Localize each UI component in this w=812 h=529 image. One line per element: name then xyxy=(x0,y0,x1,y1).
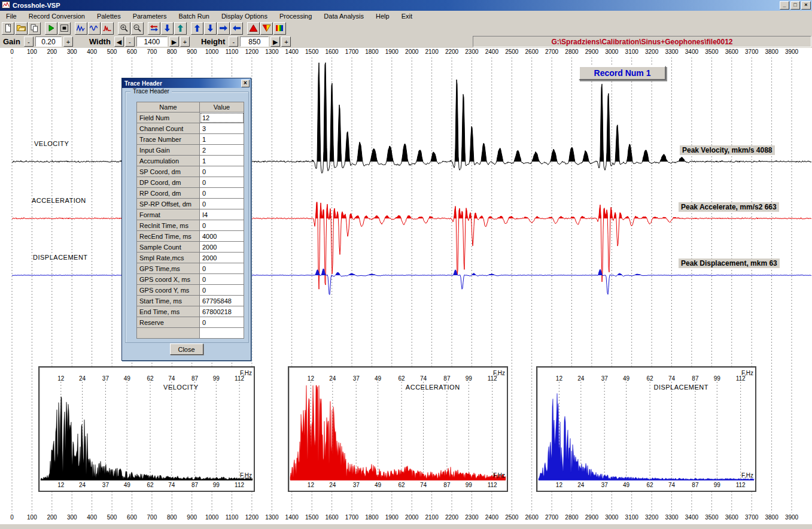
arrow-left-icon[interactable] xyxy=(230,22,243,35)
stop-icon[interactable] xyxy=(58,22,71,35)
height-step-right-button[interactable]: ▶ xyxy=(270,37,280,47)
waveform-b-icon[interactable] xyxy=(88,22,101,35)
freq-tick-label: 49 xyxy=(124,375,130,382)
field-value-cell[interactable]: 4000 xyxy=(200,231,244,242)
freq-tick-label: 62 xyxy=(399,375,405,382)
new-icon[interactable] xyxy=(2,22,14,35)
field-value-cell[interactable]: 2000 xyxy=(200,253,244,263)
field-value-cell[interactable]: 2000 xyxy=(200,242,244,253)
gain-increase-button[interactable]: + xyxy=(63,37,73,47)
ruler-tick-label: 3500 xyxy=(705,514,718,521)
maximize-button[interactable]: □ xyxy=(790,1,800,10)
column-header: Name xyxy=(137,102,200,113)
ruler-tick-label: 1300 xyxy=(265,48,278,55)
field-value-cell[interactable]: 67795848 xyxy=(200,296,244,306)
arrow-down-icon[interactable] xyxy=(204,22,217,35)
palette-icon[interactable] xyxy=(273,22,286,35)
dialog-title: Trace Header xyxy=(124,80,241,87)
ruler-tick-label: 1800 xyxy=(365,514,378,521)
menu-item-display-options[interactable]: Display Options xyxy=(215,11,273,21)
field-value-cell[interactable]: 12 xyxy=(200,113,244,123)
field-value-cell[interactable]: 0 xyxy=(200,199,244,209)
ruler-tick-label: 300 xyxy=(67,514,77,521)
field-value-cell[interactable]: 0 xyxy=(200,188,244,199)
swap-arrows-icon[interactable] xyxy=(148,22,160,35)
menu-item-data-analysis[interactable]: Data Analysis xyxy=(318,11,370,21)
triangle-up-red-icon[interactable] xyxy=(247,22,260,35)
field-value-cell[interactable]: 0 xyxy=(200,263,244,274)
copy-icon[interactable] xyxy=(28,22,41,35)
gain-decrease-button[interactable]: - xyxy=(24,37,34,47)
ruler-tick-label: 0 xyxy=(10,514,14,521)
field-value-cell[interactable]: 0 xyxy=(200,274,244,285)
arrow-right-icon[interactable] xyxy=(217,22,230,35)
freq-tick-label: 62 xyxy=(399,482,405,488)
field-value-cell[interactable]: 0 xyxy=(200,166,244,177)
field-value-cell[interactable]: 0 xyxy=(200,177,244,188)
width-step-right-button[interactable]: ▶ xyxy=(169,37,179,47)
arrow-up-box-icon[interactable] xyxy=(174,22,187,35)
menu-item-batch-run[interactable]: Batch Run xyxy=(173,11,215,21)
freq-tick-label: 99 xyxy=(466,482,472,488)
gain-input[interactable] xyxy=(35,37,62,47)
menu-item-help[interactable]: Help xyxy=(370,11,396,21)
time-ruler-top: 0100200300400500600700800900100011001200… xyxy=(0,48,812,57)
field-name-cell: Trace Number xyxy=(137,134,200,145)
ruler-tick-label: 3400 xyxy=(685,514,698,521)
height-decrease-button[interactable]: - xyxy=(229,37,238,47)
menu-item-exit[interactable]: Exit xyxy=(396,11,418,21)
minimize-button[interactable]: _ xyxy=(780,1,789,10)
freq-tick-label: 99 xyxy=(714,375,720,382)
ruler-tick-label: 500 xyxy=(107,514,117,521)
field-value-cell[interactable]: 67800218 xyxy=(200,306,244,317)
menu-item-palettes[interactable]: Palettes xyxy=(91,11,127,21)
waveform-c-icon[interactable] xyxy=(101,22,114,35)
field-value-cell[interactable]: 1 xyxy=(200,134,244,145)
menu-item-file[interactable]: File xyxy=(0,11,23,21)
field-value-cell[interactable]: 1 xyxy=(200,156,244,166)
freq-tick-label: 74 xyxy=(168,375,175,382)
zoom-out-icon[interactable] xyxy=(131,22,144,35)
window-title: Crosshole-VSP xyxy=(13,2,780,9)
ruler-tick-label: 1200 xyxy=(245,48,258,55)
arrow-up-icon[interactable] xyxy=(191,22,203,35)
ruler-tick-label: 2800 xyxy=(565,48,578,55)
field-value-cell[interactable]: I4 xyxy=(200,209,244,220)
width-increase-button[interactable]: + xyxy=(180,37,190,47)
zoom-in-icon[interactable] xyxy=(118,22,130,35)
table-row: Start Time, ms67795848 xyxy=(137,296,244,306)
freq-tick-label: 12 xyxy=(57,375,64,382)
ruler-tick-label: 2600 xyxy=(525,48,539,55)
velocity-trace-label: VELOCITY xyxy=(34,140,69,147)
play-icon[interactable] xyxy=(45,22,57,35)
height-increase-button[interactable]: + xyxy=(281,37,291,47)
field-value-cell[interactable]: 2 xyxy=(200,145,244,156)
triangle-down-red-icon[interactable] xyxy=(260,22,273,35)
field-value-cell[interactable]: 0 xyxy=(200,220,244,231)
field-value-cell[interactable]: 3 xyxy=(200,123,244,134)
width-input[interactable] xyxy=(136,37,168,47)
open-folder-icon[interactable] xyxy=(15,22,28,35)
close-button[interactable]: × xyxy=(801,1,811,10)
toolbar xyxy=(0,21,812,35)
arrow-down-box-icon[interactable] xyxy=(161,22,174,35)
menu-item-parameters[interactable]: Parameters xyxy=(127,11,173,21)
acceleration-trace-label: ACCELERATION xyxy=(32,197,86,204)
title-bar[interactable]: Crosshole-VSP _ □ × xyxy=(0,0,812,11)
field-value-cell[interactable]: 0 xyxy=(200,317,244,328)
menu-item-record-conversion[interactable]: Record Conversion xyxy=(23,11,91,21)
waveform-a-icon[interactable] xyxy=(75,22,87,35)
ruler-tick-label: 3800 xyxy=(765,48,778,55)
dialog-close-button[interactable]: Close xyxy=(170,343,203,355)
table-row: Accumulation1 xyxy=(137,156,244,166)
freq-axis-label: F,Hz xyxy=(493,472,505,479)
height-input[interactable] xyxy=(240,37,269,47)
field-value-cell[interactable]: 0 xyxy=(200,285,244,296)
width-decrease-button[interactable]: - xyxy=(125,37,135,47)
dialog-close-icon[interactable]: × xyxy=(241,80,250,87)
dialog-title-bar[interactable]: Trace Header × xyxy=(122,78,251,88)
width-step-left-button[interactable]: ◀ xyxy=(114,37,124,47)
table-row: Sample Count2000 xyxy=(137,242,244,253)
ruler-tick-label: 100 xyxy=(27,48,37,55)
menu-item-processing[interactable]: Processing xyxy=(273,11,318,21)
